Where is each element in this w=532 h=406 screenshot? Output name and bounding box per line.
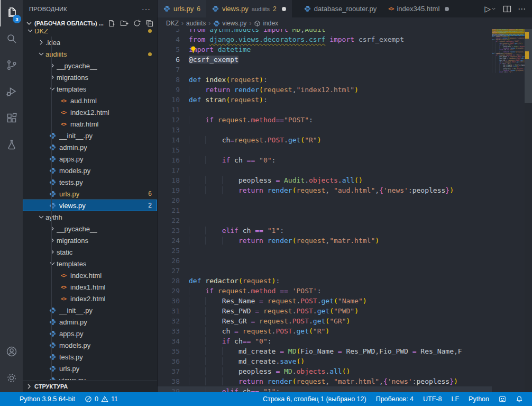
tab-urls.py[interactable]: urls.py6 <box>158 0 206 17</box>
editor-scrollbar[interactable] <box>525 29 532 392</box>
dirty-indicator-dot[interactable] <box>282 7 286 11</box>
code-line-8[interactable]: 8def index(request): <box>158 75 492 85</box>
minimap[interactable]: from aythh.models import MD,Auditfrom dj… <box>492 29 525 392</box>
indentation-status[interactable]: Пробелов: 4 <box>371 395 418 403</box>
activity-extensions-button[interactable] <box>0 106 23 132</box>
tree-item-tests.py[interactable]: tests.py <box>23 351 157 363</box>
cursor-position-status[interactable]: Строка 6, столбец 1 (выбрано 12) <box>258 395 371 403</box>
code-line-16[interactable]: 16 if ch == "0": <box>158 155 492 165</box>
tree-item-audiiits[interactable]: audiiits <box>23 48 157 60</box>
notifications-button[interactable] <box>511 395 528 403</box>
scrollbar-thumb[interactable] <box>525 29 532 103</box>
code-line-9[interactable]: 9 return render(request,"index12.html") <box>158 85 492 95</box>
lightbulb-icon[interactable] <box>189 46 197 53</box>
tree-item-__pycache__[interactable]: __pycache__ <box>23 223 157 234</box>
new-folder-icon[interactable] <box>120 19 129 28</box>
tab-index345.html[interactable]: <>index345.html <box>382 0 455 17</box>
refresh-icon[interactable] <box>133 19 141 28</box>
tree-item-urls.py[interactable]: urls.py <box>23 363 157 374</box>
language-mode-status[interactable]: Python <box>464 395 494 403</box>
tree-item-models.py[interactable]: models.py <box>23 339 157 351</box>
activity-source-control-button[interactable] <box>0 53 23 79</box>
code-line-25[interactable]: 25 <box>158 246 492 256</box>
breadcrumb-item-symbol[interactable]: index <box>254 20 278 27</box>
code-line-5[interactable]: 5import datetime <box>158 44 492 55</box>
workspace-section-header[interactable]: (РАБОЧАЯ ОБЛАСТЬ) ... <box>23 17 157 29</box>
settings-button[interactable] <box>0 366 23 392</box>
activity-run-debug-button[interactable] <box>0 79 23 106</box>
run-python-file-button[interactable]: ▷ <box>484 4 497 14</box>
code-line-30[interactable]: 30 Res_Name = request.POST.get("Name") <box>158 296 492 306</box>
code-line-39[interactable]: 39 elif ch== "1": <box>158 386 492 392</box>
code-line-27[interactable]: 27 <box>158 266 492 276</box>
feedback-button[interactable] <box>494 395 511 403</box>
tree-item-matr.html[interactable]: <>matr.html <box>23 118 157 130</box>
code-line-7[interactable]: 7 <box>158 65 492 75</box>
code-line-24[interactable]: 24 return render(request,"matr.html") <box>158 236 492 246</box>
code-line-23[interactable]: 23 elif ch == "1": <box>158 225 492 236</box>
code-line-34[interactable]: 34 if ch== "0": <box>158 336 492 346</box>
tree-item-index12.html[interactable]: <>index12.html <box>23 106 157 118</box>
code-line-22[interactable]: 22 <box>158 215 492 225</box>
activity-testing-button[interactable] <box>0 132 23 159</box>
code-line-18[interactable]: 18 peopless = Audit.objects.all() <box>158 175 492 185</box>
tree-item-templates[interactable]: templates <box>23 258 157 269</box>
code-line-6[interactable]: 6@csrf_exempt <box>158 55 492 65</box>
tree-item-DKZ[interactable]: DKZ <box>23 29 157 37</box>
code-line-21[interactable]: 21 <box>158 205 492 215</box>
outline-section-header[interactable]: СТРУКТУРА <box>23 380 157 392</box>
code-line-14[interactable]: 14 ch=request.POST.get("R") <box>158 135 492 145</box>
tab-database_roouter.py[interactable]: database_roouter.py <box>298 0 383 17</box>
code-editor[interactable]: 3from aythh.models import MD,Audit4from … <box>158 29 532 392</box>
tab-views.py[interactable]: views.pyaudiiits2 <box>206 0 292 17</box>
chevron-down-icon[interactable] <box>491 6 497 12</box>
breadcrumb-item-folder[interactable]: audiiits <box>186 20 206 27</box>
code-line-11[interactable]: 11 <box>158 105 492 115</box>
tree-item-index.html[interactable]: <>index.html <box>23 269 157 281</box>
tree-item-templates[interactable]: templates <box>23 83 157 95</box>
code-line-4[interactable]: 4from django.views.decorators.csrf impor… <box>158 34 492 44</box>
code-line-20[interactable]: 20 <box>158 195 492 205</box>
code-line-38[interactable]: 38 return render(request, "matr.html",{'… <box>158 376 492 386</box>
code-line-12[interactable]: 12 if request.method=="POST": <box>158 115 492 125</box>
eol-status[interactable]: LF <box>446 395 464 403</box>
activity-explorer-button[interactable]: 3 <box>0 0 23 26</box>
tree-item-aud.html[interactable]: <>aud.html <box>23 95 157 106</box>
code-line-31[interactable]: 31 Res_PWD = request.POST.get("PWD") <box>158 306 492 316</box>
dirty-indicator-dot[interactable] <box>445 7 449 11</box>
account-button[interactable] <box>0 339 23 366</box>
code-line-10[interactable]: 10def stran(request): <box>158 95 492 105</box>
code-line-19[interactable]: 19 return render(request, "aud.html",{'n… <box>158 185 492 195</box>
tree-item-__pycache__[interactable]: __pycache__ <box>23 60 157 71</box>
code-line-32[interactable]: 32 Res_GR = request.POST.get("GR") <box>158 316 492 326</box>
tree-item-apps.py[interactable]: apps.py <box>23 328 157 339</box>
split-editor-icon[interactable] <box>503 5 511 13</box>
collapse-all-icon[interactable] <box>145 19 154 28</box>
code-line-26[interactable]: 26 <box>158 256 492 266</box>
problems-status[interactable]: 0 11 <box>80 395 123 403</box>
tree-item-static[interactable]: static <box>23 246 157 258</box>
code-line-35[interactable]: 35 md_create = MD(Fio_Name = Res_PWD,Fio… <box>158 346 492 356</box>
tree-item-models.py[interactable]: models.py <box>23 165 157 176</box>
encoding-status[interactable]: UTF-8 <box>418 395 446 403</box>
tree-item-views.py[interactable]: views.py2 <box>23 200 157 211</box>
new-file-icon[interactable] <box>107 19 116 28</box>
tree-item-urls.py[interactable]: urls.py6 <box>23 188 157 200</box>
code-line-13[interactable]: 13 <box>158 125 492 135</box>
code-line-29[interactable]: 29 if request.method == 'POST': <box>158 286 492 296</box>
tree-item-__init__.py[interactable]: __init__.py <box>23 130 157 141</box>
tree-item-admin.py[interactable]: admin.py <box>23 316 157 328</box>
tree-item-views.py[interactable]: views.py <box>23 374 157 380</box>
tree-item-migrations[interactable]: migrations <box>23 234 157 246</box>
tree-item-index2.html[interactable]: <>index2.html <box>23 293 157 304</box>
tree-item-.idea[interactable]: .idea <box>23 37 157 48</box>
more-actions-icon[interactable]: ⋯ <box>518 4 526 14</box>
tree-item-apps.py[interactable]: apps.py <box>23 153 157 165</box>
activity-search-button[interactable] <box>0 26 23 53</box>
tree-item-migrations[interactable]: migrations <box>23 71 157 83</box>
tree-item-admin.py[interactable]: admin.py <box>23 141 157 153</box>
sidebar-more-actions-button[interactable]: ··· <box>142 5 151 13</box>
code-line-37[interactable]: 37 peopless = MD.objects.all() <box>158 366 492 376</box>
code-line-33[interactable]: 33 ch = request.POST.get("R") <box>158 326 492 336</box>
breadcrumb-item-root[interactable]: DKZ <box>166 20 179 27</box>
